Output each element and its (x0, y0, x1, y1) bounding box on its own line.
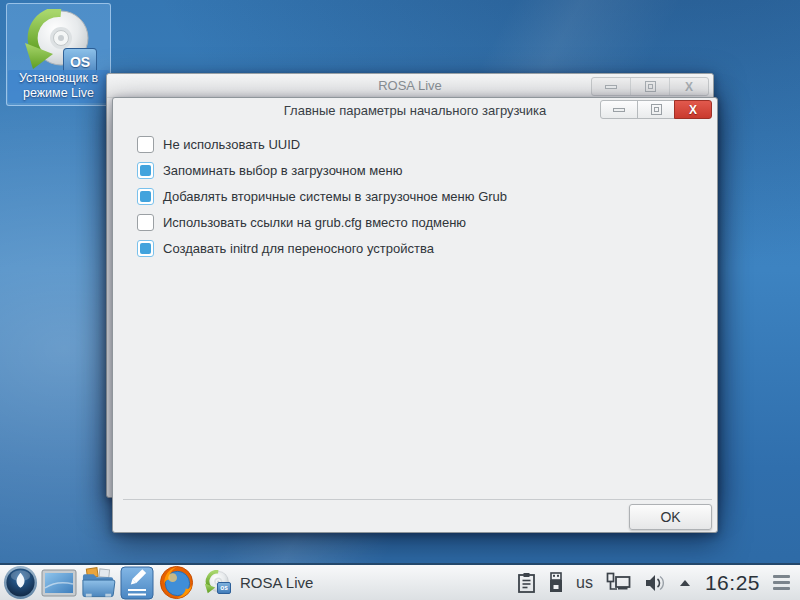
footer-separator (123, 499, 712, 500)
close-icon: X (685, 81, 693, 93)
task-os-badge: os (217, 582, 231, 594)
outer-window-title: ROSA Live (378, 78, 442, 93)
removable-device-icon[interactable] (549, 572, 563, 593)
desktop-monitor-icon (41, 568, 77, 598)
checkbox-mark (140, 243, 151, 254)
firefox-icon (159, 565, 194, 600)
desktop-icon-label-line2: режиме Live (8, 86, 109, 101)
dialog-title: Главные параметры начального загрузчика (284, 103, 546, 118)
minimize-button[interactable] (600, 100, 638, 119)
outer-titlebar[interactable]: ROSA Live X (107, 74, 713, 98)
checkbox-label: Запоминать выбор в загрузочном меню (163, 163, 402, 178)
firefox-button[interactable] (158, 566, 194, 600)
checkbox[interactable] (137, 188, 154, 205)
dialog-bootloader-options: Главные параметры начального загрузчика … (112, 97, 718, 533)
folder-icon (80, 566, 116, 600)
volume-icon[interactable] (644, 573, 665, 593)
boot-options-list: Не использовать UUID Запоминать выбор в … (137, 131, 697, 261)
maximize-button[interactable] (630, 78, 669, 95)
ok-button[interactable]: OK (629, 504, 712, 530)
keyboard-layout-indicator[interactable]: us (576, 574, 593, 592)
task-disc-icon: os (204, 570, 231, 596)
checkbox[interactable] (137, 162, 154, 179)
close-button[interactable]: X (669, 78, 708, 95)
minimize-icon (605, 85, 617, 89)
system-tray: us 16:25 (517, 571, 800, 595)
checkbox[interactable] (137, 136, 154, 153)
checkbox-label: Добавлять вторичные системы в загрузочно… (163, 189, 507, 204)
desktop-wallpaper: OS Установщик в режиме Live ROSA Live X … (0, 0, 800, 600)
dialog-window-buttons: X (600, 100, 712, 119)
panel-menu-icon[interactable] (773, 575, 790, 590)
desktop-icon-label: Установщик в режиме Live (8, 70, 109, 103)
maximize-button[interactable] (637, 100, 675, 119)
checkbox-mark (140, 191, 151, 202)
desktop-icon-live-installer[interactable]: OS Установщик в режиме Live (6, 3, 111, 106)
network-icon[interactable] (606, 572, 631, 593)
rosa-start-icon (3, 565, 38, 600)
tray-expander-arrow-icon[interactable] (678, 577, 692, 589)
task-label: ROSA Live (240, 574, 313, 591)
show-desktop-button[interactable] (41, 566, 77, 600)
maximize-icon (651, 104, 662, 115)
desktop-icon-label-line1: Установщик в (8, 71, 109, 86)
checkbox-mark (140, 165, 151, 176)
text-editor-button[interactable] (119, 566, 155, 600)
boot-option-row[interactable]: Не использовать UUID (137, 131, 697, 157)
taskbar-launchers (0, 566, 194, 600)
maximize-icon (645, 81, 656, 92)
boot-option-row[interactable]: Добавлять вторичные системы в загрузочно… (137, 183, 697, 209)
close-icon: X (689, 104, 697, 116)
close-button[interactable]: X (674, 100, 712, 119)
checkbox-label: Не использовать UUID (163, 137, 300, 152)
boot-option-row[interactable]: Запоминать выбор в загрузочном меню (137, 157, 697, 183)
boot-option-row[interactable]: Использовать ссылки на grub.cfg вместо п… (137, 209, 697, 235)
clipboard-icon[interactable] (517, 572, 536, 594)
start-menu-button[interactable] (2, 566, 38, 600)
boot-option-row[interactable]: Создавать initrd для переносного устройс… (137, 235, 697, 261)
checkbox[interactable] (137, 240, 154, 257)
editor-pencil-icon (120, 566, 154, 600)
clock[interactable]: 16:25 (705, 571, 760, 595)
checkbox[interactable] (137, 214, 154, 231)
minimize-icon (613, 108, 625, 112)
file-manager-button[interactable] (80, 566, 116, 600)
taskbar-task-rosa-live[interactable]: os ROSA Live (204, 570, 313, 596)
minimize-button[interactable] (592, 78, 630, 95)
taskbar: os ROSA Live us (0, 563, 800, 600)
outer-window-buttons: X (591, 77, 709, 96)
checkbox-label: Использовать ссылки на grub.cfg вместо п… (163, 215, 466, 230)
checkbox-label: Создавать initrd для переносного устройс… (163, 241, 434, 256)
